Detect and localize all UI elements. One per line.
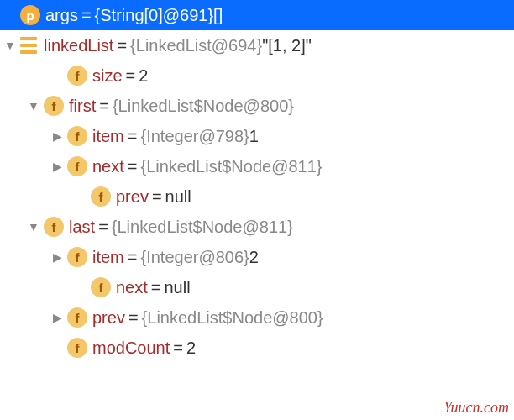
tree-row-first[interactable]: ▼ffirst = {LinkedList$Node@800} (0, 91, 514, 121)
variable-name: item (92, 248, 124, 267)
variable-name: next (92, 157, 124, 176)
tree-row-last[interactable]: ▼flast = {LinkedList$Node@811} (0, 212, 514, 242)
tree-row-next[interactable]: ▶fnext = {LinkedList$Node@811} (0, 151, 514, 181)
variable-value: 2 (249, 248, 259, 267)
tree-row-next[interactable]: fnext = null (0, 272, 514, 302)
field-icon: f (67, 307, 87, 328)
variable-name: linkedList (44, 36, 113, 55)
variable-name: last (69, 218, 95, 237)
variable-name: item (92, 127, 124, 146)
equals-sign: = (117, 36, 127, 55)
variable-type: {LinkedList$Node@800} (113, 97, 294, 116)
tree-row-item[interactable]: ▶fitem = {Integer@806} 2 (0, 242, 514, 272)
equals-sign: = (128, 127, 138, 146)
variable-value: null (165, 187, 191, 207)
field-icon: f (67, 156, 87, 176)
parameter-icon: p (20, 5, 40, 25)
tree-row-args[interactable]: pargs = {String[0]@691} [] (0, 0, 514, 30)
chevron-right-icon[interactable]: ▶ (50, 129, 64, 143)
field-icon: f (67, 66, 87, 86)
equals-sign: = (173, 339, 183, 358)
variable-name: first (69, 97, 96, 116)
tree-row-item[interactable]: ▶fitem = {Integer@798} 1 (0, 121, 514, 151)
equals-sign: = (81, 6, 92, 25)
variable-value: 2 (139, 66, 148, 86)
variable-type: {LinkedList$Node@811} (141, 157, 323, 176)
field-icon: f (67, 126, 87, 146)
watermark: Yuucn.com (443, 399, 509, 417)
field-icon: f (44, 96, 64, 116)
field-icon: f (91, 186, 111, 207)
tree-row-size[interactable]: fsize = 2 (0, 60, 514, 91)
equals-sign: = (128, 157, 138, 176)
field-icon: f (44, 217, 64, 237)
variable-type: {Integer@798} (140, 127, 249, 146)
variable-value: 2 (186, 339, 196, 358)
variable-type: {LinkedList@694} (130, 36, 262, 55)
variable-type: {String[0]@691} (95, 6, 214, 25)
equals-sign: = (126, 66, 136, 86)
variable-value: [] (213, 6, 223, 25)
variable-value: 1 (249, 127, 259, 146)
tree-row-modCount[interactable]: fmodCount = 2 (0, 333, 514, 363)
chevron-down-icon[interactable]: ▼ (3, 39, 17, 52)
variable-name: size (92, 66, 123, 86)
equals-sign: = (152, 187, 162, 207)
field-icon: f (91, 277, 111, 297)
variable-name: args (45, 6, 78, 25)
chevron-right-icon[interactable]: ▶ (50, 250, 64, 264)
chevron-right-icon[interactable]: ▶ (50, 311, 64, 324)
field-icon: f (67, 338, 87, 358)
variable-value: null (165, 278, 191, 297)
variable-value: "[1, 2]" (262, 36, 312, 55)
variable-name: modCount (92, 339, 170, 358)
variable-name: next (116, 278, 148, 297)
tree-row-prev[interactable]: fprev = null (0, 181, 514, 212)
chevron-down-icon[interactable]: ▼ (27, 220, 40, 234)
debug-variables-tree: pargs = {String[0]@691} []▼linkedList = … (0, 0, 514, 363)
equals-sign: = (128, 248, 138, 267)
equals-sign: = (99, 97, 109, 116)
variable-name: prev (116, 187, 149, 207)
variable-type: {LinkedList$Node@811} (112, 218, 293, 237)
equals-sign: = (128, 308, 139, 328)
field-icon: f (67, 247, 87, 267)
tree-row-prev[interactable]: ▶fprev = {LinkedList$Node@800} (0, 302, 514, 333)
equals-sign: = (98, 218, 108, 237)
variable-name: prev (92, 308, 125, 328)
chevron-right-icon[interactable]: ▶ (50, 160, 64, 173)
variable-type: {Integer@806} (140, 248, 249, 267)
chevron-down-icon[interactable]: ▼ (27, 99, 40, 113)
equals-sign: = (151, 278, 161, 297)
variable-type: {LinkedList$Node@800} (142, 308, 323, 328)
tree-row-linkedList[interactable]: ▼linkedList = {LinkedList@694} "[1, 2]" (0, 30, 514, 60)
list-icon (20, 37, 37, 54)
